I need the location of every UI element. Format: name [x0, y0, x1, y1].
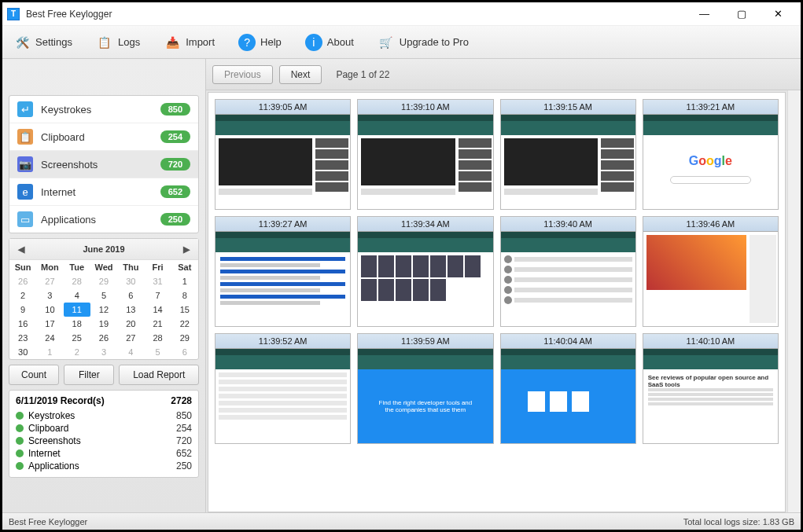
record-row: Internet 652 [16, 447, 192, 460]
screenshot-thumb[interactable]: 11:39:59 AM Find the right developer too… [357, 333, 493, 444]
calendar-day[interactable]: 30 [9, 345, 36, 359]
screenshot-thumb[interactable]: 11:39:46 AM [643, 216, 779, 327]
calendar-day[interactable]: 6 [117, 288, 144, 303]
calendar-month: June 2019 [83, 244, 124, 254]
screenshot-thumb[interactable]: 11:39:10 AM [357, 99, 493, 210]
thumb-timestamp: 11:39:05 AM [215, 100, 350, 115]
maximize-button[interactable]: ▢ [724, 3, 759, 25]
calendar-day[interactable]: 5 [144, 345, 171, 359]
calendar-dow: Fri [144, 260, 171, 274]
sidebar-item-label: Keystrokes [41, 104, 160, 116]
records-panel: 6/11/2019 Record(s) 2728 Keystrokes 850 … [9, 390, 199, 478]
calendar-day[interactable]: 27 [36, 274, 63, 288]
menu-help[interactable]: ?Help [234, 31, 286, 54]
calendar-day[interactable]: 4 [64, 288, 90, 303]
calendar-day[interactable]: 28 [144, 331, 171, 345]
menu-settings[interactable]: 🛠️Settings [9, 31, 77, 54]
calendar-day[interactable]: 29 [171, 331, 198, 345]
window-title: Best Free Keylogger [26, 9, 687, 20]
menu-import[interactable]: 📥Import [159, 31, 219, 54]
calendar-day[interactable]: 4 [117, 345, 144, 359]
calendar-day[interactable]: 12 [90, 303, 117, 317]
filter-button[interactable]: Filter [64, 365, 114, 385]
calendar-day[interactable]: 2 [64, 345, 90, 359]
calendar-day[interactable]: 30 [117, 274, 144, 288]
calendar-day[interactable]: 5 [90, 288, 117, 303]
calendar-day[interactable]: 16 [9, 317, 36, 331]
minimize-button[interactable]: — [687, 3, 722, 25]
calendar-day[interactable]: 21 [144, 317, 171, 331]
scrollbar[interactable] [787, 90, 801, 512]
calendar-day[interactable]: 2 [9, 288, 36, 303]
calendar-day[interactable]: 10 [36, 303, 63, 317]
calendar-day[interactable]: 29 [90, 274, 117, 288]
sidebar-item-applications[interactable]: ▭ Applications 250 [9, 205, 198, 233]
thumb-timestamp: 11:39:40 AM [501, 217, 635, 232]
calendar-day[interactable]: 27 [117, 331, 144, 345]
thumb-preview [643, 232, 778, 326]
calendar-day[interactable]: 15 [171, 303, 198, 317]
screenshot-thumb[interactable]: 11:39:40 AM [500, 216, 636, 327]
calendar-day[interactable]: 13 [117, 303, 144, 317]
sidebar-item-label: Internet [41, 186, 160, 198]
thumb-preview [358, 232, 492, 326]
calendar-day[interactable]: 26 [9, 274, 36, 288]
record-label: Applications [28, 460, 171, 471]
sidebar-item-badge: 250 [160, 213, 190, 226]
calendar-next[interactable]: ▶ [179, 242, 193, 256]
close-button[interactable]: ✕ [761, 3, 796, 25]
screenshot-thumb[interactable]: 11:40:04 AM [500, 333, 636, 444]
logs-icon: 📋 [96, 34, 113, 51]
next-button[interactable]: Next [279, 65, 322, 84]
screenshot-thumb[interactable]: 11:39:15 AM [500, 99, 636, 210]
calendar-day[interactable]: 8 [171, 288, 198, 303]
calendar-day[interactable]: 3 [90, 345, 117, 359]
menu-about[interactable]: iAbout [300, 31, 359, 54]
screenshot-thumb[interactable]: 11:39:27 AM [215, 216, 351, 327]
calendar-day[interactable]: 14 [144, 303, 171, 317]
calendar-day[interactable]: 18 [64, 317, 90, 331]
calendar-day[interactable]: 22 [171, 317, 198, 331]
calendar-day[interactable]: 9 [9, 303, 36, 317]
calendar-day[interactable]: 3 [36, 288, 63, 303]
menu-logs[interactable]: 📋Logs [91, 31, 145, 54]
calendar-day[interactable]: 23 [9, 331, 36, 345]
calendar-day[interactable]: 1 [171, 274, 198, 288]
screenshot-thumb[interactable]: 11:40:10 AM See reviews of popular open … [643, 333, 779, 444]
calendar-day[interactable]: 19 [90, 317, 117, 331]
thumb-preview [501, 349, 635, 443]
sidebar-item-keystrokes[interactable]: ↵ Keystrokes 850 [9, 96, 198, 123]
thumb-preview [215, 115, 350, 209]
menu-logs-label: Logs [118, 36, 140, 48]
screenshot-thumb[interactable]: 11:39:21 AM Google [643, 99, 779, 210]
calendar-day[interactable]: 28 [64, 274, 90, 288]
record-value: 254 [176, 423, 192, 434]
sidebar-item-clipboard[interactable]: 📋 Clipboard 254 [9, 123, 198, 150]
calendar-day[interactable]: 11 [64, 303, 90, 317]
calendar-day[interactable]: 7 [144, 288, 171, 303]
calendar-day[interactable]: 17 [36, 317, 63, 331]
status-dot-icon [16, 449, 24, 457]
help-icon: ? [238, 34, 256, 51]
calendar-dow: Sat [171, 260, 198, 274]
count-button[interactable]: Count [9, 365, 59, 385]
status-dot-icon [16, 462, 24, 470]
calendar-day[interactable]: 6 [171, 345, 198, 359]
menu-help-label: Help [260, 36, 282, 48]
screenshot-thumb[interactable]: 11:39:34 AM [357, 216, 493, 327]
record-value: 250 [176, 460, 192, 471]
screenshot-thumb[interactable]: 11:39:52 AM [215, 333, 351, 444]
sidebar-item-screenshots[interactable]: 📷 Screenshots 720 [9, 150, 198, 178]
calendar-day[interactable]: 26 [90, 331, 117, 345]
calendar-day[interactable]: 1 [36, 345, 63, 359]
calendar-day[interactable]: 25 [64, 331, 90, 345]
calendar-prev[interactable]: ◀ [14, 242, 28, 256]
calendar-day[interactable]: 20 [117, 317, 144, 331]
calendar-day[interactable]: 24 [36, 331, 63, 345]
screenshot-thumb[interactable]: 11:39:05 AM [215, 99, 351, 210]
calendar-day[interactable]: 31 [144, 274, 171, 288]
sidebar-item-internet[interactable]: e Internet 652 [9, 178, 198, 205]
load-report-button[interactable]: Load Report [119, 365, 199, 385]
previous-button[interactable]: Previous [212, 65, 273, 84]
menu-upgrade[interactable]: 🛒Upgrade to Pro [373, 31, 473, 54]
